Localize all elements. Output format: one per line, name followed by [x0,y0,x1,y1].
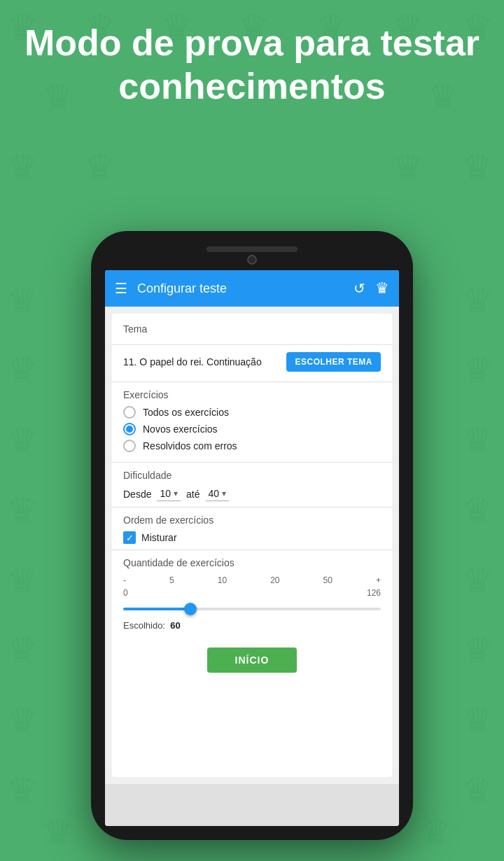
mark-50: 50 [323,575,332,585]
app-bar: ☰ Configurar teste ↺ ♛ [105,270,399,307]
crown-decoration: ♛ [7,700,38,741]
tema-label: Tema [123,323,381,335]
crown-decoration: ♛ [7,560,38,601]
desde-text: Desde [123,489,151,500]
crown-decoration: ♛ [462,560,493,601]
slider-max-label: 126 [367,588,381,598]
crown-app-icon[interactable]: ♛ [375,279,389,298]
phone-mockup: ☰ Configurar teste ↺ ♛ Tema 11. O papel … [91,231,413,840]
mix-label: Misturar [141,532,177,543]
crown-decoration: ♛ [462,700,493,741]
start-button-row: INÍCIO [112,640,392,682]
crown-decoration: ♛ [7,420,38,461]
mark-plus: + [376,575,381,585]
mark-10: 10 [218,575,227,585]
difficulty-to-dropdown[interactable]: 40 ▾ [206,486,230,501]
mix-checkbox-row[interactable]: ✓ Misturar [123,531,381,544]
difficulty-to-value: 40 [209,488,220,499]
crown-decoration: ♛ [392,147,424,188]
radio-new-exercises[interactable]: Novos exercícios [123,423,381,435]
quantity-section: Quantidade de exercícios - 5 10 20 50 + … [112,550,392,640]
theme-value: 11. O papel do rei. Continuação [123,356,286,368]
difficulty-section: Dificuldade Desde 10 ▾ até 40 ▾ [112,463,392,507]
start-button[interactable]: INÍCIO [207,648,298,673]
radio-circle-new[interactable] [123,423,136,435]
slider-thumb[interactable] [184,603,197,615]
radio-label-error: Resolvidos com erros [143,440,237,451]
crown-decoration: ♛ [7,147,38,188]
crown-decoration: ♛ [7,630,38,671]
order-label: Ordem de exercícios [123,514,381,526]
phone-screen: ☰ Configurar teste ↺ ♛ Tema 11. O papel … [105,270,399,826]
app-bar-title: Configurar teste [137,281,344,296]
bottom-area [105,784,399,826]
ate-text: até [186,489,200,500]
phone-camera [247,255,257,265]
chosen-text-row: Escolhido: 60 [123,620,381,631]
choose-theme-button[interactable]: ESCOLHER TEMA [286,352,381,372]
order-section: Ordem de exercícios ✓ Misturar [112,507,392,550]
crown-decoration: ♛ [84,147,115,188]
refresh-icon[interactable]: ↺ [354,280,365,297]
crown-decoration: ♛ [462,630,493,671]
radio-error-exercises[interactable]: Resolvidos com erros [123,440,381,452]
radio-label-all: Todos os exercícios [143,407,229,418]
chosen-label: Escolhido: [123,620,165,631]
content-card: Tema 11. O papel do rei. Continuação ESC… [112,314,392,777]
crown-decoration: ♛ [420,812,451,853]
phone-speaker [206,246,298,252]
difficulty-row: Desde 10 ▾ até 40 ▾ [123,486,381,501]
crown-decoration: ♛ [462,280,493,321]
mark-5: 5 [169,575,174,585]
slider-min-label: 0 [123,588,128,598]
crown-decoration: ♛ [462,420,493,461]
exercises-section: Exercícios Todos os exercícios Novos exe… [112,382,392,463]
crown-decoration: ♛ [7,770,38,811]
crown-decoration: ♛ [462,350,493,391]
slider-background [123,608,381,610]
mark-20: 20 [270,575,279,585]
dropdown-arrow-from: ▾ [174,489,178,498]
difficulty-label: Dificuldade [123,470,381,481]
difficulty-from-dropdown[interactable]: 10 ▾ [157,486,181,501]
menu-icon[interactable]: ☰ [115,280,127,297]
mark-minus: - [123,575,126,585]
tema-section: Tema [112,314,392,345]
radio-label-new: Novos exercícios [143,424,218,435]
crown-decoration: ♛ [462,147,493,188]
crown-decoration: ♛ [7,280,38,321]
crown-decoration: ♛ [462,490,493,531]
crown-decoration: ♛ [7,350,38,391]
slider-mark-labels: - 5 10 20 50 + [123,575,381,585]
crown-decoration: ♛ [42,812,74,853]
slider-fill [123,608,190,610]
dropdown-arrow-to: ▾ [222,489,226,498]
difficulty-from-value: 10 [160,488,171,499]
chosen-value: 60 [170,620,180,631]
radio-all-exercises[interactable]: Todos os exercícios [123,406,381,419]
checkmark-icon: ✓ [126,533,134,542]
hero-text: Modo de prova para testar conhecimentos [0,21,504,108]
hero-title: Modo de prova para testar conhecimentos [24,22,479,106]
quantity-label: Quantidade de exercícios [123,557,381,568]
theme-row: 11. O papel do rei. Continuação ESCOLHER… [112,345,392,382]
crown-decoration: ♛ [7,490,38,531]
slider-track[interactable] [123,602,381,616]
crown-decoration: ♛ [462,770,493,811]
radio-circle-error[interactable] [123,440,136,452]
mix-checkbox[interactable]: ✓ [123,531,136,544]
slider-range-labels: 0 126 [123,588,381,598]
exercises-label: Exercícios [123,389,381,400]
radio-circle-all[interactable] [123,406,136,419]
